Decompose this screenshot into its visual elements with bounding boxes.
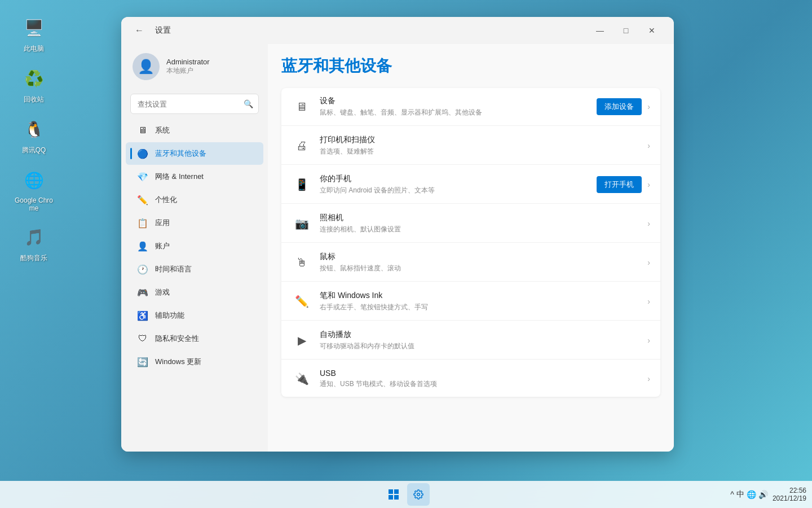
taskbar-tray: ^ 中 🌐 🔊	[730, 489, 768, 500]
avatar: 👤	[133, 53, 160, 80]
item-text-phone: 你的手机 立即访问 Android 设备的照片、文本等	[320, 174, 589, 195]
item-text-pen: 笔和 Windows Ink 右手或左手、笔按钮快捷方式、手写	[320, 291, 639, 312]
maximize-button[interactable]: □	[613, 21, 639, 40]
sidebar-item-bluetooth[interactable]: 🔵 蓝牙和其他设备	[126, 142, 263, 165]
taskbar: ^ 中 🌐 🔊 22:56 2021/12/19	[0, 481, 812, 508]
svg-rect-1	[394, 489, 399, 494]
action-button-devices[interactable]: 添加设备	[597, 98, 642, 115]
desktop-icon-computer[interactable]: 🖥️ 此电脑	[11, 11, 56, 56]
desktop-icon-kuwo[interactable]: 🎵 酷狗音乐	[11, 221, 56, 266]
start-button[interactable]	[382, 483, 405, 506]
sidebar-item-account[interactable]: 👤 账户	[126, 235, 263, 257]
item-icon-devices: 🖥	[292, 97, 312, 117]
active-indicator	[130, 148, 132, 159]
desktop-icon-chrome[interactable]: 🌐 Google Chrome	[11, 164, 56, 215]
settings-taskbar-button[interactable]	[407, 483, 430, 506]
nav-label-system: 系统	[155, 125, 170, 135]
taskbar-time[interactable]: 22:56 2021/12/19	[773, 487, 806, 502]
window-title: 设置	[155, 25, 171, 36]
item-icon-pen: ✏️	[292, 291, 312, 312]
user-name: Administrator	[166, 58, 210, 66]
search-box: 🔍	[130, 94, 259, 114]
back-button[interactable]: ←	[130, 21, 148, 40]
icon-label-kuwo: 酷狗音乐	[20, 253, 47, 263]
chevron-icon-phone: ›	[647, 180, 650, 189]
sidebar-item-apps[interactable]: 📋 应用	[126, 212, 263, 234]
nav-icon-account: 👤	[137, 240, 148, 252]
item-title-printer: 打印机和扫描仪	[320, 135, 639, 145]
chevron-icon-usb: ›	[647, 374, 650, 383]
desktop-icon-recycle[interactable]: ♻️ 回收站	[11, 62, 56, 107]
chevron-icon-devices: ›	[647, 102, 650, 111]
item-text-printer: 打印机和扫描仪 首选项、疑难解答	[320, 135, 639, 156]
nav-label-apps: 应用	[155, 218, 170, 228]
item-icon-usb: 🔌	[292, 369, 312, 389]
item-icon-mouse: 🖱	[292, 252, 312, 273]
item-desc-devices: 鼠标、键盘、触笔、音频、显示器和扩展坞、其他设备	[320, 108, 589, 117]
item-desc-printer: 首选项、疑难解答	[320, 147, 639, 156]
minimize-button[interactable]: —	[587, 21, 613, 40]
svg-rect-3	[394, 495, 399, 500]
sidebar-item-privacy[interactable]: 🛡 隐私和安全性	[126, 327, 263, 350]
volume-icon[interactable]: 🔊	[758, 490, 768, 499]
desktop: 🖥️ 此电脑 ♻️ 回收站 🐧 腾讯QQ 🌐 Google Chrome 🎵 酷…	[0, 0, 812, 508]
settings-item-phone[interactable]: 📱 你的手机 立即访问 Android 设备的照片、文本等 打开手机 ›	[281, 166, 660, 204]
nav-icon-network: 💎	[137, 171, 148, 182]
close-button[interactable]: ✕	[639, 21, 665, 40]
page-title: 蓝牙和其他设备	[281, 55, 660, 77]
settings-icon	[413, 489, 423, 500]
sidebar-item-system[interactable]: 🖥 系统	[126, 119, 263, 142]
icon-image-recycle: ♻️	[20, 65, 47, 92]
main-content: 蓝牙和其他设备 🖥 设备 鼠标、键盘、触笔、音频、显示器和扩展坞、其他设备 添加…	[268, 44, 674, 452]
nav-icon-bluetooth: 🔵	[137, 148, 148, 159]
nav-label-network: 网络 & Internet	[155, 172, 204, 182]
nav-label-privacy: 隐私和安全性	[155, 334, 199, 344]
item-desc-camera: 连接的相机、默认图像设置	[320, 225, 639, 234]
nav-icon-apps: 📋	[137, 217, 148, 229]
settings-item-camera[interactable]: 📷 照相机 连接的相机、默认图像设置 ›	[281, 205, 660, 243]
item-text-camera: 照相机 连接的相机、默认图像设置	[320, 213, 639, 234]
nav-label-updates: Windows 更新	[155, 357, 201, 367]
nav-icon-personal: ✏️	[137, 194, 148, 205]
sidebar-item-updates[interactable]: 🔄 Windows 更新	[126, 351, 263, 373]
chevron-icon-camera: ›	[647, 219, 650, 228]
nav-icon-accessibility: ♿	[137, 310, 148, 321]
item-desc-pen: 右手或左手、笔按钮快捷方式、手写	[320, 303, 639, 312]
settings-item-usb[interactable]: 🔌 USB 通知、USB 节电模式、移动设备首选项 ›	[281, 361, 660, 397]
icon-image-computer: 🖥️	[20, 14, 47, 41]
titlebar: ← 设置 — □ ✕	[121, 17, 674, 44]
icon-label-computer: 此电脑	[24, 44, 44, 54]
settings-item-autoplay[interactable]: ▶ 自动播放 可移动驱动器和内存卡的默认值 ›	[281, 322, 660, 360]
search-input[interactable]	[130, 94, 259, 114]
item-desc-phone: 立即访问 Android 设备的照片、文本等	[320, 186, 589, 195]
desktop-icons: 🖥️ 此电脑 ♻️ 回收站 🐧 腾讯QQ 🌐 Google Chrome 🎵 酷…	[11, 11, 56, 266]
item-title-usb: USB	[320, 369, 639, 378]
nav-icon-games: 🎮	[137, 287, 148, 298]
chevron-icon-autoplay: ›	[647, 336, 650, 345]
settings-item-printer[interactable]: 🖨 打印机和扫描仪 首选项、疑难解答 ›	[281, 127, 660, 165]
sidebar-item-games[interactable]: 🎮 游戏	[126, 281, 263, 304]
show-hidden-icon[interactable]: ^	[730, 490, 734, 499]
sidebar-nav: 🖥 系统 🔵 蓝牙和其他设备 💎 网络 & Internet ✏️ 个性化 📋 …	[121, 119, 268, 374]
action-button-phone[interactable]: 打开手机	[597, 176, 642, 193]
sidebar-item-personal[interactable]: ✏️ 个性化	[126, 189, 263, 211]
settings-window: ← 设置 — □ ✕ 👤 Administrator 本地账户	[121, 17, 674, 452]
item-title-phone: 你的手机	[320, 174, 589, 184]
sidebar-item-time[interactable]: 🕐 时间和语言	[126, 258, 263, 281]
user-info: Administrator 本地账户	[166, 58, 210, 76]
nav-label-games: 游戏	[155, 287, 170, 297]
nav-label-accessibility: 辅助功能	[155, 310, 184, 321]
network-icon[interactable]: 🌐	[747, 490, 756, 499]
settings-item-mouse[interactable]: 🖱 鼠标 按钮、鼠标指针速度、滚动 ›	[281, 244, 660, 282]
search-icon[interactable]: 🔍	[244, 99, 253, 108]
input-method-icon[interactable]: 中	[736, 489, 744, 500]
sidebar-item-network[interactable]: 💎 网络 & Internet	[126, 165, 263, 188]
item-text-autoplay: 自动播放 可移动驱动器和内存卡的默认值	[320, 330, 639, 351]
settings-item-devices[interactable]: 🖥 设备 鼠标、键盘、触笔、音频、显示器和扩展坞、其他设备 添加设备 ›	[281, 88, 660, 126]
item-action-phone: 打开手机 ›	[597, 176, 650, 193]
item-title-mouse: 鼠标	[320, 252, 639, 262]
settings-item-pen[interactable]: ✏️ 笔和 Windows Ink 右手或左手、笔按钮快捷方式、手写 ›	[281, 283, 660, 321]
icon-label-recycle: 回收站	[24, 95, 44, 104]
desktop-icon-qq[interactable]: 🐧 腾讯QQ	[11, 113, 56, 158]
sidebar-item-accessibility[interactable]: ♿ 辅助功能	[126, 304, 263, 327]
